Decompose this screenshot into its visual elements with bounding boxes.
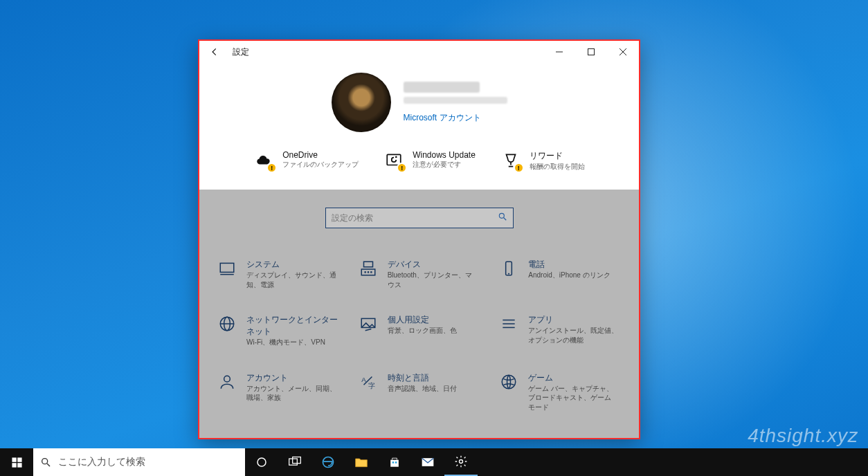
svg-rect-39 xyxy=(395,461,397,464)
user-avatar[interactable] xyxy=(332,73,391,132)
category-personalization[interactable]: 個人用設定背景、ロック画面、色 xyxy=(349,307,490,365)
system-icon xyxy=(217,259,237,278)
rewards-icon: ! xyxy=(500,150,521,171)
settings-search-input[interactable] xyxy=(332,213,498,223)
svg-line-6 xyxy=(503,218,506,221)
category-desc: 音声認識、地域、日付 xyxy=(388,384,457,394)
start-button[interactable] xyxy=(0,448,33,476)
taskbar-search[interactable]: ここに入力して検索 xyxy=(33,448,245,476)
status-desc: 注意が必要です xyxy=(413,160,476,170)
category-accounts[interactable]: アカウントアカウント、メール、同期、職場、家族 xyxy=(208,365,349,430)
search-icon xyxy=(40,457,51,468)
svg-rect-28 xyxy=(12,457,16,461)
time-language-icon: A字 xyxy=(359,372,378,392)
category-desc: Wi-Fi、機内モード、VPN xyxy=(246,338,336,347)
warning-badge-icon: ! xyxy=(514,163,524,173)
category-desc: ディスプレイ、サウンド、通知、電源 xyxy=(246,271,336,289)
microsoft-account-link[interactable]: Microsoft アカウント xyxy=(404,112,507,124)
status-windows-update[interactable]: ! Windows Update 注意が必要です xyxy=(383,150,476,172)
svg-point-23 xyxy=(224,376,230,382)
category-gaming[interactable]: ゲームゲーム バー、キャプチャ、ブロードキャスト、ゲーム モード xyxy=(489,365,631,430)
settings-header: Microsoft アカウント ! OneDrive ファイルのバックアップ ! xyxy=(199,63,639,190)
category-devices[interactable]: デバイスBluetooth、プリンター、マウス xyxy=(349,252,490,307)
svg-rect-35 xyxy=(289,459,298,465)
status-title: OneDrive xyxy=(282,150,359,160)
svg-point-34 xyxy=(257,458,266,466)
category-desc: アカウント、メール、同期、職場、家族 xyxy=(246,384,336,403)
settings-search[interactable] xyxy=(325,208,514,228)
window-title: 設定 xyxy=(233,46,249,58)
svg-rect-1 xyxy=(588,49,595,55)
svg-rect-38 xyxy=(392,461,395,464)
svg-rect-30 xyxy=(12,463,16,467)
devices-icon xyxy=(359,259,378,278)
status-desc: 報酬の取得を開始 xyxy=(530,162,585,172)
category-title: ゲーム xyxy=(528,372,618,384)
svg-point-5 xyxy=(499,213,504,218)
svg-line-33 xyxy=(47,464,50,466)
svg-rect-29 xyxy=(17,457,21,461)
svg-text:A: A xyxy=(361,376,366,383)
profile-row: Microsoft アカウント xyxy=(332,73,507,132)
taskbar-edge-icon[interactable] xyxy=(311,448,345,476)
status-title: Windows Update xyxy=(413,150,476,160)
warning-badge-icon: ! xyxy=(266,163,277,173)
minimize-button[interactable] xyxy=(543,41,575,63)
category-desc: 背景、ロック画面、色 xyxy=(388,326,457,336)
svg-rect-31 xyxy=(17,463,21,467)
svg-text:字: 字 xyxy=(368,381,375,389)
svg-point-12 xyxy=(368,272,368,273)
network-icon xyxy=(217,314,237,333)
category-desc: Bluetooth、プリンター、マウス xyxy=(388,271,478,289)
taskbar-settings-icon[interactable] xyxy=(444,448,478,476)
svg-point-13 xyxy=(370,272,371,273)
taskbar-search-placeholder: ここに入力して検索 xyxy=(58,456,145,468)
onedrive-icon: ! xyxy=(253,150,274,171)
svg-rect-7 xyxy=(220,263,234,272)
task-view-icon[interactable] xyxy=(278,448,311,476)
category-desc: ゲーム バー、キャプチャ、ブロードキャスト、ゲーム モード xyxy=(528,384,618,412)
taskbar: ここに入力して検索 xyxy=(0,448,868,476)
taskbar-store-icon[interactable] xyxy=(378,448,411,476)
accounts-icon xyxy=(217,372,237,392)
cortana-icon[interactable] xyxy=(245,448,278,476)
back-button[interactable] xyxy=(205,42,224,62)
category-title: 個人用設定 xyxy=(388,314,457,326)
windows-update-icon: ! xyxy=(383,150,404,171)
category-title: 電話 xyxy=(528,259,610,271)
settings-body: システムディスプレイ、サウンド、通知、電源 デバイスBluetooth、プリンタ… xyxy=(199,190,639,438)
category-title: デバイス xyxy=(388,259,478,271)
category-desc: アンインストール、既定値、オプションの機能 xyxy=(528,326,618,345)
svg-point-32 xyxy=(42,459,48,464)
taskbar-mail-icon[interactable] xyxy=(411,448,444,476)
category-title: ネットワークとインターネット xyxy=(246,314,339,338)
personalization-icon xyxy=(359,314,378,333)
svg-rect-36 xyxy=(293,457,301,464)
close-button[interactable] xyxy=(607,41,639,63)
category-title: アカウント xyxy=(246,372,336,384)
status-title: リワード xyxy=(530,150,585,162)
user-email-blurred xyxy=(404,97,507,104)
warning-badge-icon: ! xyxy=(397,163,407,173)
category-system[interactable]: システムディスプレイ、サウンド、通知、電源 xyxy=(208,252,349,307)
settings-window: 設定 Microsoft アカウント ! OneDr xyxy=(198,39,640,439)
svg-point-41 xyxy=(460,460,463,464)
category-apps[interactable]: アプリアンインストール、既定値、オプションの機能 xyxy=(489,307,631,365)
svg-point-27 xyxy=(503,375,516,389)
maximize-button[interactable] xyxy=(575,41,607,63)
status-onedrive[interactable]: ! OneDrive ファイルのバックアップ xyxy=(253,150,359,172)
status-rewards[interactable]: ! リワード 報酬の取得を開始 xyxy=(500,150,585,172)
category-time-language[interactable]: A字 時刻と言語音声認識、地域、日付 xyxy=(349,365,490,430)
category-network[interactable]: ネットワークとインターネットWi-Fi、機内モード、VPN xyxy=(208,307,349,365)
taskbar-explorer-icon[interactable] xyxy=(345,448,378,476)
window-titlebar: 設定 xyxy=(199,41,639,63)
search-icon xyxy=(498,212,507,224)
category-phone[interactable]: 電話Android、iPhone のリンク xyxy=(489,252,631,307)
phone-icon xyxy=(499,259,518,278)
category-title: 時刻と言語 xyxy=(388,372,457,384)
user-name-blurred xyxy=(404,82,480,93)
category-desc: Android、iPhone のリンク xyxy=(528,271,610,280)
svg-point-11 xyxy=(365,272,365,273)
category-title: システム xyxy=(246,259,336,271)
gaming-icon xyxy=(499,372,518,392)
